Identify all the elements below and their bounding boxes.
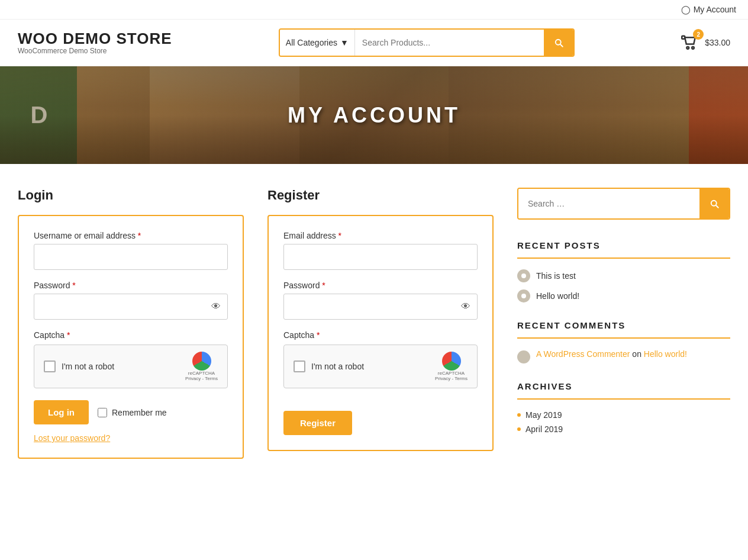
post-title-2[interactable]: Hello world! [536,291,579,301]
my-account-link[interactable]: ◯ My Account [681,5,736,14]
username-required: * [138,231,141,240]
sidebar: RECENT POSTS This is test Hello world! R… [517,188,730,459]
recaptcha-logo [192,352,211,371]
site-header: WOO DEMO STORE WooCommerce Demo Store Al… [0,20,748,66]
login-title: Login [18,188,244,203]
password-wrap: 👁 [34,294,228,320]
reg-captcha-box[interactable]: I'm not a robot reCAPTCHA Privacy - Term… [283,345,478,388]
svg-point-2 [692,47,694,49]
login-form-box: Username or email address * Password * 👁 [18,215,244,459]
categories-label: All Categories [286,38,337,47]
top-bar: ◯ My Account [0,0,748,20]
reg-password-input[interactable] [283,294,478,320]
comment-post-link[interactable]: Hello world! [644,349,687,359]
cart-total: $33.00 [705,38,730,47]
post-icon-2 [517,289,530,302]
comment-item-1: A WordPress Commenter on Hello world! [517,349,730,363]
category-dropdown[interactable]: All Categories ▼ [280,30,355,56]
comment-text-1: A WordPress Commenter on Hello world! [536,349,687,359]
comment-author-link[interactable]: A WordPress Commenter [536,349,630,359]
post-item-2: Hello world! [517,289,730,302]
sidebar-search-button[interactable] [699,189,729,218]
captcha-right: reCAPTCHA Privacy - Terms [185,352,218,381]
register-section: Register Email address * Password * [267,188,494,459]
chevron-down-icon: ▼ [340,38,349,47]
archive-item-2[interactable]: April 2019 [517,424,730,434]
recent-comments-divider [517,337,730,339]
reg-captcha-group: Captcha * I'm not a robot reCAPTCHA Priv… [283,330,478,388]
sidebar-search-input[interactable] [518,189,699,218]
email-input[interactable] [283,244,478,270]
captcha-label: Captcha * [34,330,228,340]
recent-comments-title: RECENT COMMENTS [517,320,730,330]
eye-icon[interactable]: 👁 [211,301,221,312]
reg-captcha-checkbox[interactable] [294,361,305,372]
remember-me-label[interactable]: Remember me [98,408,167,417]
main-content: Login Username or email address * Passwo… [0,164,748,482]
content-area: Login Username or email address * Passwo… [18,188,494,459]
reg-eye-icon[interactable]: 👁 [461,301,470,312]
reg-recaptcha-logo [442,352,461,371]
search-icon [553,37,564,48]
login-button[interactable]: Log in [34,400,89,424]
recent-posts-section: RECENT POSTS This is test Hello world! [517,240,730,302]
post-icon-1 [517,269,530,282]
password-group: Password * 👁 [34,281,228,320]
reg-captcha-left: I'm not a robot [294,361,364,372]
captcha-box[interactable]: I'm not a robot reCAPTCHA Privacy - Term… [34,345,228,388]
cart-icon-wrap[interactable]: 2 [681,34,699,52]
hero-title: MY ACCOUNT [288,103,460,128]
post-item-1: This is test [517,269,730,282]
username-label: Username or email address * [34,231,228,240]
product-search-input[interactable] [355,30,544,56]
reg-captcha-brand: reCAPTCHA [438,371,465,376]
captcha-privacy: Privacy - Terms [185,376,218,381]
archives-divider [517,398,730,400]
username-input[interactable] [34,244,228,270]
comment-icon-1 [517,350,530,363]
reg-password-label: Password * [283,281,478,290]
captcha-text: I'm not a robot [62,362,114,371]
hero-inner: MY ACCOUNT [0,66,748,164]
hero-banner: D MY ACCOUNT [0,66,748,164]
captcha-brand: reCAPTCHA [188,371,215,376]
archive-bullet-1 [517,413,521,417]
reg-captcha-label: Captcha * [283,330,478,340]
captcha-group: Captcha * I'm not a robot reCAPTCHA Priv… [34,330,228,388]
cart-count-badge: 2 [693,29,704,40]
post-title-1[interactable]: This is test [536,271,576,281]
password-input[interactable] [34,294,228,320]
site-subtitle: WooCommerce Demo Store [18,47,172,55]
archive-item-1[interactable]: May 2019 [517,410,730,420]
reg-password-group: Password * 👁 [283,281,478,320]
reg-captcha-privacy: Privacy - Terms [435,376,468,381]
email-label: Email address * [283,231,478,240]
register-form-box: Email address * Password * 👁 [267,215,494,451]
my-account-label: My Account [694,5,736,14]
login-actions: Log in Remember me [34,400,228,424]
account-circle-icon: ◯ [681,5,691,14]
lost-password-link[interactable]: Lost your password? [34,433,228,443]
register-button[interactable]: Register [283,411,352,435]
email-group: Email address * [283,231,478,270]
remember-me-checkbox[interactable] [98,408,107,417]
reg-password-wrap: 👁 [283,294,478,320]
product-search-bar: All Categories ▼ [279,28,575,57]
site-branding: WOO DEMO STORE WooCommerce Demo Store [18,30,172,56]
archives-section: ARCHIVES May 2019 April 2019 [517,381,730,434]
captcha-checkbox[interactable] [44,361,56,372]
sidebar-search-icon [709,198,720,209]
captcha-left: I'm not a robot [44,361,114,372]
register-title: Register [267,188,494,203]
cart-area: 2 $33.00 [681,34,730,52]
username-group: Username or email address * [34,231,228,270]
archive-label-1: May 2019 [525,410,562,420]
password-required: * [72,281,75,290]
reg-captcha-right: reCAPTCHA Privacy - Terms [435,352,468,381]
site-title: WOO DEMO STORE [18,30,172,47]
login-section: Login Username or email address * Passwo… [18,188,244,459]
sidebar-search [517,188,730,220]
svg-point-1 [687,47,689,49]
product-search-button[interactable] [544,30,573,56]
recent-posts-title: RECENT POSTS [517,240,730,250]
